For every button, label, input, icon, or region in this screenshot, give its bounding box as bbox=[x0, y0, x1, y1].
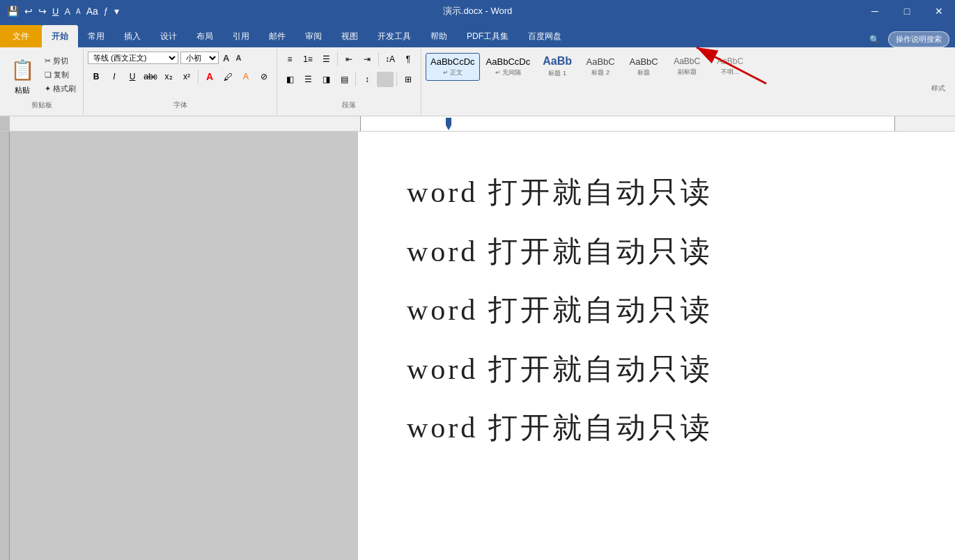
tab-review[interactable]: 审阅 bbox=[295, 25, 332, 47]
show-marks-button[interactable]: ¶ bbox=[400, 52, 417, 67]
sort-button[interactable]: ↕A bbox=[382, 52, 398, 67]
subscript-button[interactable]: x₂ bbox=[160, 69, 177, 84]
style-heading2[interactable]: AaBbC 标题 2 bbox=[580, 53, 621, 81]
font-color-button[interactable]: A bbox=[238, 69, 254, 84]
font-size-select[interactable]: 小初 bbox=[180, 52, 219, 64]
vertical-ruler bbox=[0, 132, 10, 560]
font-group-label: 字体 bbox=[88, 98, 272, 111]
doc-line-3: word 打开就自动只读 bbox=[407, 291, 906, 329]
cut-button[interactable]: ✂ 剪切 bbox=[42, 54, 79, 68]
window-controls: ─ □ ✕ bbox=[859, 0, 955, 22]
tab-baidu[interactable]: 百度网盘 bbox=[518, 25, 571, 47]
style-no-spacing[interactable]: AaBbCcDc ↵ 无间隔 bbox=[481, 53, 536, 81]
tab-references[interactable]: 引用 bbox=[223, 25, 259, 47]
bullet-list-button[interactable]: ≡ bbox=[281, 52, 298, 67]
align-left-button[interactable]: ◧ bbox=[281, 72, 298, 87]
text-color-button[interactable]: A bbox=[201, 69, 218, 84]
number-list-button[interactable]: 1≡ bbox=[300, 52, 316, 67]
tab-file[interactable]: 文件 bbox=[0, 25, 42, 47]
document-page[interactable]: word 打开就自动只读 word 打开就自动只读 word 打开就自动只读 w… bbox=[358, 132, 955, 560]
bold-button[interactable]: B bbox=[88, 69, 104, 84]
paste-icon: 📋 bbox=[10, 54, 35, 85]
title-bar: 💾 ↩ ↪ U A A Aa ƒ ▾ 演示.docx - Word ─ □ ✕ bbox=[0, 0, 955, 22]
tab-common[interactable]: 常用 bbox=[78, 25, 114, 47]
shading-button[interactable] bbox=[377, 72, 394, 87]
formula-icon[interactable]: ƒ bbox=[102, 5, 110, 17]
strikethrough-button[interactable]: abc bbox=[142, 69, 159, 84]
divider bbox=[198, 70, 199, 84]
highlight-button[interactable]: 🖊 bbox=[219, 69, 236, 84]
aa-icon[interactable]: Aa bbox=[85, 4, 100, 18]
font-size-up-icon[interactable]: A bbox=[63, 5, 72, 18]
styles-group: AaBbCcDc ↵ 正文 AaBbCcDc ↵ 无间隔 AaBb 标题 1 A… bbox=[421, 49, 955, 114]
style-emphasis[interactable]: AaBbC 不明... bbox=[709, 53, 751, 80]
close-button[interactable]: ✕ bbox=[923, 0, 955, 22]
font-size-down-icon[interactable]: A bbox=[75, 6, 82, 17]
window-title: 演示.docx - Word bbox=[443, 5, 512, 17]
clipboard-small-buttons: ✂ 剪切 ❏ 复制 ✦ 格式刷 bbox=[42, 54, 79, 95]
tab-layout[interactable]: 布局 bbox=[187, 25, 223, 47]
line-spacing-button[interactable]: ↕ bbox=[359, 72, 375, 87]
format-painter-button[interactable]: ✦ 格式刷 bbox=[42, 82, 79, 95]
style-heading2-label: 标题 2 bbox=[591, 68, 610, 77]
minimize-button[interactable]: ─ bbox=[859, 0, 891, 22]
align-right-button[interactable]: ◨ bbox=[318, 72, 334, 87]
styles-group-label: 样式 bbox=[426, 81, 951, 95]
borders-button[interactable]: ⊞ bbox=[400, 72, 417, 87]
paste-button[interactable]: 📋 粘贴 bbox=[4, 52, 40, 98]
italic-button[interactable]: I bbox=[106, 69, 123, 84]
multilevel-list-button[interactable]: ☰ bbox=[318, 52, 334, 67]
copy-button[interactable]: ❏ 复制 bbox=[42, 68, 79, 81]
horizontal-ruler bbox=[0, 116, 955, 132]
tab-help[interactable]: 帮助 bbox=[421, 25, 457, 47]
tab-home[interactable]: 开始 bbox=[42, 25, 78, 47]
justify-button[interactable]: ▤ bbox=[336, 72, 352, 87]
tab-pdf[interactable]: PDF工具集 bbox=[457, 25, 518, 47]
cut-icon: ✂ bbox=[45, 56, 51, 65]
save-icon[interactable]: 💾 bbox=[6, 4, 20, 18]
operation-search-box[interactable]: 操作说明搜索 bbox=[888, 31, 949, 47]
customize-icon[interactable]: ▾ bbox=[113, 4, 121, 18]
doc-line-4: word 打开就自动只读 bbox=[407, 350, 906, 389]
copy-icon: ❏ bbox=[45, 70, 52, 79]
underline-button[interactable]: U bbox=[124, 69, 141, 84]
font-name-select[interactable]: 等线 (西文正文) bbox=[88, 52, 178, 64]
ribbon-right-area: 🔍 操作说明搜索 bbox=[864, 31, 955, 47]
style-title-preview: AaBbC bbox=[630, 56, 658, 67]
clear-format-button[interactable]: ⊘ bbox=[256, 69, 272, 84]
style-normal[interactable]: AaBbCcDc ↵ 正文 bbox=[426, 53, 480, 81]
increase-indent-button[interactable]: ⇥ bbox=[359, 52, 375, 67]
ribbon-toolbar: 📋 粘贴 ✂ 剪切 ❏ 复制 ✦ 格式刷 剪贴板 bbox=[0, 47, 955, 116]
underline-quick-icon[interactable]: U bbox=[51, 5, 60, 18]
font-format-row: B I U abc x₂ x² A 🖊 A ⊘ bbox=[88, 69, 272, 84]
font-size-increase-button[interactable]: A bbox=[221, 52, 231, 64]
maximize-button[interactable]: □ bbox=[891, 0, 923, 22]
style-normal-preview: AaBbCcDc bbox=[430, 56, 475, 67]
style-title-label: 标题 bbox=[637, 68, 650, 77]
font-group: 等线 (西文正文) 小初 A A B I U abc x₂ x² A 🖊 A ⊘ bbox=[84, 49, 277, 114]
tab-insert[interactable]: 插入 bbox=[114, 25, 150, 47]
list-row: ≡ 1≡ ☰ ⇤ ⇥ ↕A ¶ bbox=[281, 52, 417, 67]
main-area: word 打开就自动只读 word 打开就自动只读 word 打开就自动只读 w… bbox=[0, 132, 955, 560]
tab-dev[interactable]: 开发工具 bbox=[368, 25, 421, 47]
style-title[interactable]: AaBbC 标题 bbox=[623, 53, 665, 81]
style-heading1-preview: AaBb bbox=[543, 55, 572, 68]
doc-line-2: word 打开就自动只读 bbox=[407, 233, 906, 271]
paragraph-group-label: 段落 bbox=[281, 98, 417, 111]
decrease-indent-button[interactable]: ⇤ bbox=[341, 52, 357, 67]
align-center-button[interactable]: ☰ bbox=[300, 72, 316, 87]
redo-icon[interactable]: ↪ bbox=[37, 4, 48, 18]
align-row: ◧ ☰ ◨ ▤ ↕ ⊞ bbox=[281, 72, 417, 87]
style-subtitle[interactable]: AaBbC 副标题 bbox=[666, 53, 708, 80]
style-subtitle-preview: AaBbC bbox=[674, 56, 700, 66]
tab-design[interactable]: 设计 bbox=[150, 25, 187, 47]
style-normal-label: ↵ 正文 bbox=[443, 68, 463, 77]
font-size-decrease-button[interactable]: A bbox=[233, 53, 243, 63]
style-heading1[interactable]: AaBb 标题 1 bbox=[536, 52, 578, 81]
format-painter-icon: ✦ bbox=[45, 84, 51, 93]
tab-mailings[interactable]: 邮件 bbox=[259, 25, 295, 47]
undo-icon[interactable]: ↩ bbox=[23, 4, 34, 18]
divider2 bbox=[337, 52, 338, 66]
tab-view[interactable]: 视图 bbox=[332, 25, 368, 47]
superscript-button[interactable]: x² bbox=[178, 69, 195, 84]
